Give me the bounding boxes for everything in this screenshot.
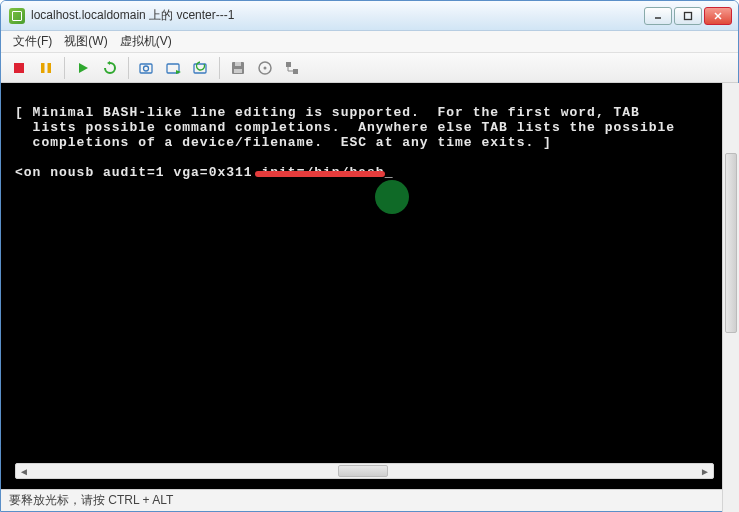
snapshot-manager-button[interactable] — [162, 56, 186, 80]
console-line: completions of a device/filename. ESC at… — [15, 135, 552, 150]
close-button[interactable] — [704, 7, 732, 25]
snapshot-button[interactable] — [135, 56, 159, 80]
stop-button[interactable] — [7, 56, 31, 80]
statusbar: 要释放光标，请按 CTRL + ALT — [1, 489, 738, 511]
app-window: localhost.localdomain 上的 vcenter---1 文件(… — [0, 0, 739, 512]
scroll-thumb[interactable] — [338, 465, 388, 477]
window-title: localhost.localdomain 上的 vcenter---1 — [31, 7, 644, 24]
svg-rect-15 — [235, 62, 241, 66]
menu-file[interactable]: 文件(F) — [9, 31, 56, 52]
svg-rect-16 — [234, 69, 242, 73]
svg-marker-7 — [79, 63, 88, 73]
revert-snapshot-button[interactable] — [189, 56, 213, 80]
vertical-scrollbar[interactable] — [722, 83, 739, 512]
menu-view[interactable]: 视图(W) — [60, 31, 111, 52]
floppy-button[interactable] — [226, 56, 250, 80]
scroll-left-arrow[interactable]: ◄ — [16, 464, 32, 478]
console-output: [ Minimal BASH-like line editing is supp… — [15, 88, 726, 459]
console-line: [ Minimal BASH-like line editing is supp… — [15, 105, 640, 120]
horizontal-scrollbar[interactable]: ◄ ► — [15, 463, 714, 479]
svg-rect-20 — [293, 69, 298, 74]
svg-rect-4 — [14, 63, 24, 73]
annotation-dot — [375, 180, 409, 214]
play-button[interactable] — [71, 56, 95, 80]
svg-point-18 — [264, 66, 267, 69]
minimize-button[interactable] — [644, 7, 672, 25]
toolbar-separator — [128, 57, 129, 79]
cd-button[interactable] — [253, 56, 277, 80]
svg-rect-6 — [48, 63, 52, 73]
maximize-button[interactable] — [674, 7, 702, 25]
toolbar — [1, 53, 738, 83]
scroll-right-arrow[interactable]: ► — [697, 464, 713, 478]
annotation-underline — [255, 171, 385, 177]
svg-rect-9 — [140, 64, 152, 73]
vscroll-thumb[interactable] — [725, 153, 737, 333]
svg-point-10 — [144, 66, 149, 71]
svg-marker-8 — [107, 61, 110, 65]
pause-button[interactable] — [34, 56, 58, 80]
menubar: 文件(F) 视图(W) 虚拟机(V) — [1, 31, 738, 53]
toolbar-separator — [64, 57, 65, 79]
console-line: lists possible command completions. Anyw… — [15, 120, 675, 135]
menu-vm[interactable]: 虚拟机(V) — [116, 31, 176, 52]
toolbar-separator — [219, 57, 220, 79]
svg-rect-5 — [41, 63, 45, 73]
vsphere-icon — [9, 8, 25, 24]
status-text: 要释放光标，请按 CTRL + ALT — [9, 492, 173, 509]
network-button[interactable] — [280, 56, 304, 80]
svg-rect-1 — [685, 12, 692, 19]
reset-button[interactable] — [98, 56, 122, 80]
console-viewport[interactable]: [ Minimal BASH-like line editing is supp… — [1, 83, 738, 489]
titlebar: localhost.localdomain 上的 vcenter---1 — [1, 1, 738, 31]
svg-rect-19 — [286, 62, 291, 67]
